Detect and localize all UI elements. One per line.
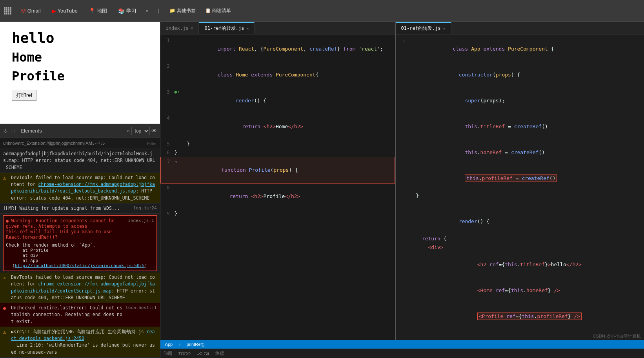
right-line-home: <Home ref={this.homeRef} /> [396,278,644,303]
top-dropdown[interactable]: top [131,127,150,135]
close-ref-js[interactable]: ✕ [246,26,249,31]
status-left: App › printRef() [165,342,205,347]
terminal-label: 终端 [215,351,224,356]
code-line-6: 6 } [160,148,395,157]
maps-icon: 📍 [89,8,95,14]
preview-area: hello Home Profile 打印ref [0,22,160,124]
close-index-js[interactable]: ✕ [191,26,193,30]
code-line-5: 5 } [160,140,395,148]
bookmarks-button[interactable]: 📁 其他书签 [166,6,198,16]
right-line-profileref: this.profileRef = createRef() [396,165,644,191]
right-code-pane: 01-ref的转发.js ✕ ⬦ class App extends PureC… [396,22,644,340]
git-label: Git [204,351,209,356]
inspect-icon[interactable]: ⬚ [11,128,14,134]
right-line-class: ⬦ class App extends PureComponent { [396,36,644,62]
stack-line: at div [6,253,154,258]
console-entry: admmapgofadopljbjfkapdkoienihi/build/inj… [0,149,160,173]
bottom-tabs: 问题 TODO ⎇ Git 终端 [164,351,224,356]
left-code-pane: index.js ✕ 01-ref的转发.js ✕ 1 import React… [160,22,396,340]
more-tabs-button[interactable]: » [144,6,151,15]
preview-profile: Profile [12,69,148,84]
warning-icon-2: ⚠ [3,274,9,281]
cursor-icon[interactable]: ⊹ [3,128,8,134]
tab-ref-js[interactable]: 01-ref的转发.js ✕ [199,22,255,34]
learning-tab[interactable]: 📚 学习 [114,6,140,16]
error-box: ● Warning: Function components cannot be… [3,215,157,271]
tab-index-js[interactable]: index.js ✕ [160,22,199,34]
problems-tab[interactable]: 问题 [164,351,172,356]
profile-highlight: <Profile ref={this.profileRef} /> [477,313,582,320]
todo-label: TODO [178,351,191,356]
stack-link[interactable]: http://localhost:3000/static/js/main.chu… [15,263,145,268]
console-entry-hmr: [HMR] Waiting for update signal from WDS… [0,204,160,214]
right-line-empty [396,200,644,209]
code-line-9: 9 } [160,209,395,218]
close-right-ref-js[interactable]: ✕ [443,26,446,31]
error-location: index.js:1 [128,218,154,223]
right-line-close1: } [396,191,644,200]
gutter-icon-3: ●↑ [175,88,180,96]
stack-line: at App (http://localhost:3000/static/js/… [6,258,154,268]
right-code-content: ⬦ class App extends PureComponent { cons… [396,35,644,340]
left-tab-bar: index.js ✕ 01-ref的转发.js ✕ [160,22,395,35]
stack-line: at Profile [6,248,154,253]
learning-icon: 📚 [118,8,125,14]
breadcrumb-arrow: › [179,342,180,347]
prohibit-icon[interactable]: ⊘ [127,128,129,134]
console-entry-runtime-error: ● Unchecked runtime.lastError: Could not… [0,303,160,327]
error-icon: ● [3,305,9,312]
code-line-4: 4 return <h2>Home</h2> [160,114,395,140]
youtube-tab[interactable]: ▶ YouTube [48,6,82,16]
console-entry-warning-3: ⚠ ▶src\11-高阶组件的使用\06-高阶组件应用-生命周期劫持.js re… [0,327,160,358]
source-map-link-2[interactable]: chrome-extension://fmk admmapgofadopljbj… [11,281,155,293]
print-ref-button[interactable]: 打印ref [12,90,36,101]
status-app: App [165,342,173,347]
terminal-tab[interactable]: 终端 [215,351,224,356]
error-loc: localhost::1 [126,305,156,311]
gutter-icon-7: ⬦ [175,157,178,166]
devtools-url-bar: unknownrc_Extension://jjgphnjogjmchnnmj … [0,138,160,149]
reader-button[interactable]: 📋 阅读清单 [202,6,234,16]
right-tab-ref-js[interactable]: 01-ref的转发.js ✕ [396,22,451,34]
warning-icon-3: ⚠ [3,329,9,336]
code-line-2: 2 class Home extends PureComponent{ [160,62,395,88]
editor-layout: index.js ✕ 01-ref的转发.js ✕ 1 import React… [160,22,644,358]
youtube-icon: ▶ [52,8,56,14]
console-entry-warning-1: ⚠ DevTools failed to load source map: Co… [0,173,160,204]
right-line-h2: <h2 ref={this.titleRef}>hello</h2> [396,252,644,278]
right-line-div: <div> [396,243,644,252]
browser-chrome: M Gmail ▶ YouTube 📍 地图 📚 学习 » | 📁 其他书签 📋… [0,0,644,22]
status-bar: App › printRef() [160,340,644,349]
maps-tab[interactable]: 📍 地图 [85,6,111,16]
error-title: ● Warning: Function components cannot be… [6,218,128,240]
log-location: log.js:24 [133,205,157,212]
right-line-constructor: constructor(props) { [396,62,644,88]
devtools: ⊹ ⬚ Elements ⊘ top 👁 unknownrc_Extension… [0,124,160,358]
eye-icon[interactable]: 👁 [151,128,157,134]
right-line-profile: <Profile ref={this.profileRef} /> [396,303,644,329]
apps-icon[interactable] [4,7,12,15]
gmail-icon: M [21,8,26,14]
devtools-toolbar: ⊹ ⬚ Elements ⊘ top 👁 [0,124,160,138]
console-area[interactable]: admmapgofadopljbjfkapdkoienihi/build/inj… [0,149,160,358]
profileref-highlight: this.profileRef = createRef() [465,174,557,182]
status-method: printRef() [187,342,205,347]
browser-panel: hello Home Profile 打印ref ⊹ ⬚ Elements ⊘ … [0,22,160,358]
right-line-homeref: this.homeRef = createRef() [396,140,644,165]
gmail-tab[interactable]: M Gmail [17,6,45,16]
code-line-3: 3 ●↑ render() { [160,88,395,114]
right-tab-bar: 01-ref的转发.js ✕ [396,22,644,35]
elements-tab[interactable]: Elements [17,126,45,135]
editors-container: index.js ✕ 01-ref的转发.js ✕ 1 import React… [160,22,644,340]
git-tab[interactable]: ⎇ Git [197,351,209,356]
right-line-return: return ( [396,234,644,243]
source-map-link-1[interactable]: chrome-extension://fmk admmapgofadopljbj… [11,182,155,194]
bottom-bar: 问题 TODO ⎇ Git 终端 [160,349,644,358]
code-line-8: 8 return <h2>Profile</h2> [160,184,395,209]
devtools-link[interactable]: react_devtools_backend.js:2450 [11,329,155,341]
code-line-1: 1 import React, {PureComponent, createRe… [160,36,395,62]
git-icon: ⎇ [197,351,202,356]
todo-tab[interactable]: TODO [178,351,191,356]
right-line-titleref: this.titleRef = createRef() [396,114,644,140]
console-entry-warning-2: ⚠ DevTools failed to load source map: Co… [0,273,160,303]
